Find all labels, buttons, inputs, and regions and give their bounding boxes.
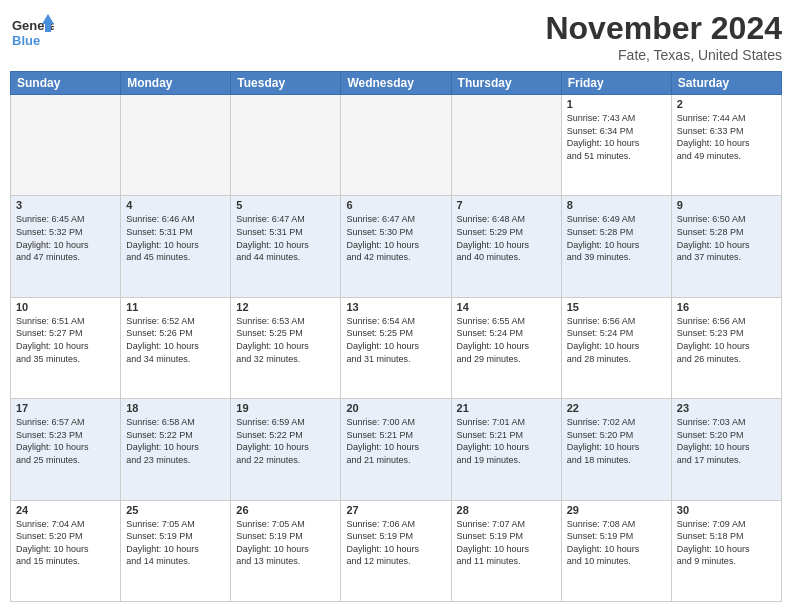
day-info: Sunrise: 6:49 AM Sunset: 5:28 PM Dayligh… [567, 213, 666, 263]
day-number: 4 [126, 199, 225, 211]
calendar-cell: 12Sunrise: 6:53 AM Sunset: 5:25 PM Dayli… [231, 297, 341, 398]
day-info: Sunrise: 7:00 AM Sunset: 5:21 PM Dayligh… [346, 416, 445, 466]
day-info: Sunrise: 7:09 AM Sunset: 5:18 PM Dayligh… [677, 518, 776, 568]
day-number: 27 [346, 504, 445, 516]
calendar-cell: 8Sunrise: 6:49 AM Sunset: 5:28 PM Daylig… [561, 196, 671, 297]
title-block: November 2024 Fate, Texas, United States [545, 10, 782, 63]
day-info: Sunrise: 7:01 AM Sunset: 5:21 PM Dayligh… [457, 416, 556, 466]
day-number: 2 [677, 98, 776, 110]
day-number: 5 [236, 199, 335, 211]
day-number: 16 [677, 301, 776, 313]
calendar-cell: 20Sunrise: 7:00 AM Sunset: 5:21 PM Dayli… [341, 399, 451, 500]
calendar-cell: 13Sunrise: 6:54 AM Sunset: 5:25 PM Dayli… [341, 297, 451, 398]
calendar-cell: 27Sunrise: 7:06 AM Sunset: 5:19 PM Dayli… [341, 500, 451, 601]
calendar-week-4: 17Sunrise: 6:57 AM Sunset: 5:23 PM Dayli… [11, 399, 782, 500]
day-number: 9 [677, 199, 776, 211]
logo-svg: General Blue [10, 10, 54, 54]
calendar-cell: 9Sunrise: 6:50 AM Sunset: 5:28 PM Daylig… [671, 196, 781, 297]
day-info: Sunrise: 7:07 AM Sunset: 5:19 PM Dayligh… [457, 518, 556, 568]
calendar-cell: 6Sunrise: 6:47 AM Sunset: 5:30 PM Daylig… [341, 196, 451, 297]
calendar-table: Sunday Monday Tuesday Wednesday Thursday… [10, 71, 782, 602]
calendar-cell [121, 95, 231, 196]
day-number: 29 [567, 504, 666, 516]
day-info: Sunrise: 6:47 AM Sunset: 5:31 PM Dayligh… [236, 213, 335, 263]
calendar-cell: 28Sunrise: 7:07 AM Sunset: 5:19 PM Dayli… [451, 500, 561, 601]
day-number: 24 [16, 504, 115, 516]
day-info: Sunrise: 6:52 AM Sunset: 5:26 PM Dayligh… [126, 315, 225, 365]
day-number: 6 [346, 199, 445, 211]
page: General Blue November 2024 Fate, Texas, … [0, 0, 792, 612]
day-number: 23 [677, 402, 776, 414]
day-info: Sunrise: 6:56 AM Sunset: 5:23 PM Dayligh… [677, 315, 776, 365]
day-number: 25 [126, 504, 225, 516]
calendar-week-5: 24Sunrise: 7:04 AM Sunset: 5:20 PM Dayli… [11, 500, 782, 601]
day-info: Sunrise: 7:44 AM Sunset: 6:33 PM Dayligh… [677, 112, 776, 162]
day-number: 15 [567, 301, 666, 313]
header-sunday: Sunday [11, 72, 121, 95]
day-number: 11 [126, 301, 225, 313]
calendar-week-1: 1Sunrise: 7:43 AM Sunset: 6:34 PM Daylig… [11, 95, 782, 196]
day-number: 18 [126, 402, 225, 414]
day-info: Sunrise: 7:43 AM Sunset: 6:34 PM Dayligh… [567, 112, 666, 162]
header-tuesday: Tuesday [231, 72, 341, 95]
day-info: Sunrise: 7:03 AM Sunset: 5:20 PM Dayligh… [677, 416, 776, 466]
day-info: Sunrise: 6:45 AM Sunset: 5:32 PM Dayligh… [16, 213, 115, 263]
header: General Blue November 2024 Fate, Texas, … [10, 10, 782, 63]
day-number: 3 [16, 199, 115, 211]
header-thursday: Thursday [451, 72, 561, 95]
calendar-cell: 11Sunrise: 6:52 AM Sunset: 5:26 PM Dayli… [121, 297, 231, 398]
day-number: 20 [346, 402, 445, 414]
calendar-cell [231, 95, 341, 196]
calendar-cell: 25Sunrise: 7:05 AM Sunset: 5:19 PM Dayli… [121, 500, 231, 601]
day-info: Sunrise: 7:04 AM Sunset: 5:20 PM Dayligh… [16, 518, 115, 568]
calendar-cell: 2Sunrise: 7:44 AM Sunset: 6:33 PM Daylig… [671, 95, 781, 196]
day-info: Sunrise: 7:05 AM Sunset: 5:19 PM Dayligh… [126, 518, 225, 568]
calendar-cell: 7Sunrise: 6:48 AM Sunset: 5:29 PM Daylig… [451, 196, 561, 297]
header-saturday: Saturday [671, 72, 781, 95]
calendar-cell: 17Sunrise: 6:57 AM Sunset: 5:23 PM Dayli… [11, 399, 121, 500]
calendar-cell: 29Sunrise: 7:08 AM Sunset: 5:19 PM Dayli… [561, 500, 671, 601]
day-number: 10 [16, 301, 115, 313]
calendar-cell: 14Sunrise: 6:55 AM Sunset: 5:24 PM Dayli… [451, 297, 561, 398]
day-info: Sunrise: 7:05 AM Sunset: 5:19 PM Dayligh… [236, 518, 335, 568]
calendar-cell: 1Sunrise: 7:43 AM Sunset: 6:34 PM Daylig… [561, 95, 671, 196]
day-info: Sunrise: 6:46 AM Sunset: 5:31 PM Dayligh… [126, 213, 225, 263]
header-wednesday: Wednesday [341, 72, 451, 95]
day-number: 17 [16, 402, 115, 414]
day-number: 1 [567, 98, 666, 110]
calendar-cell [451, 95, 561, 196]
calendar-cell: 21Sunrise: 7:01 AM Sunset: 5:21 PM Dayli… [451, 399, 561, 500]
calendar-cell: 4Sunrise: 6:46 AM Sunset: 5:31 PM Daylig… [121, 196, 231, 297]
day-info: Sunrise: 6:54 AM Sunset: 5:25 PM Dayligh… [346, 315, 445, 365]
calendar-cell: 23Sunrise: 7:03 AM Sunset: 5:20 PM Dayli… [671, 399, 781, 500]
calendar-cell: 26Sunrise: 7:05 AM Sunset: 5:19 PM Dayli… [231, 500, 341, 601]
day-info: Sunrise: 6:48 AM Sunset: 5:29 PM Dayligh… [457, 213, 556, 263]
calendar-cell [341, 95, 451, 196]
day-info: Sunrise: 6:59 AM Sunset: 5:22 PM Dayligh… [236, 416, 335, 466]
day-info: Sunrise: 6:50 AM Sunset: 5:28 PM Dayligh… [677, 213, 776, 263]
calendar-cell: 22Sunrise: 7:02 AM Sunset: 5:20 PM Dayli… [561, 399, 671, 500]
day-info: Sunrise: 6:51 AM Sunset: 5:27 PM Dayligh… [16, 315, 115, 365]
day-info: Sunrise: 6:56 AM Sunset: 5:24 PM Dayligh… [567, 315, 666, 365]
day-info: Sunrise: 6:55 AM Sunset: 5:24 PM Dayligh… [457, 315, 556, 365]
calendar-cell: 30Sunrise: 7:09 AM Sunset: 5:18 PM Dayli… [671, 500, 781, 601]
day-number: 13 [346, 301, 445, 313]
calendar-week-2: 3Sunrise: 6:45 AM Sunset: 5:32 PM Daylig… [11, 196, 782, 297]
day-number: 12 [236, 301, 335, 313]
day-number: 30 [677, 504, 776, 516]
calendar-cell: 5Sunrise: 6:47 AM Sunset: 5:31 PM Daylig… [231, 196, 341, 297]
day-number: 8 [567, 199, 666, 211]
day-info: Sunrise: 6:57 AM Sunset: 5:23 PM Dayligh… [16, 416, 115, 466]
day-info: Sunrise: 6:47 AM Sunset: 5:30 PM Dayligh… [346, 213, 445, 263]
calendar-header-row: Sunday Monday Tuesday Wednesday Thursday… [11, 72, 782, 95]
month-year-title: November 2024 [545, 10, 782, 47]
day-number: 28 [457, 504, 556, 516]
svg-text:Blue: Blue [12, 33, 40, 48]
calendar-cell: 19Sunrise: 6:59 AM Sunset: 5:22 PM Dayli… [231, 399, 341, 500]
calendar-week-3: 10Sunrise: 6:51 AM Sunset: 5:27 PM Dayli… [11, 297, 782, 398]
calendar-cell: 15Sunrise: 6:56 AM Sunset: 5:24 PM Dayli… [561, 297, 671, 398]
calendar-cell: 16Sunrise: 6:56 AM Sunset: 5:23 PM Dayli… [671, 297, 781, 398]
calendar-cell: 18Sunrise: 6:58 AM Sunset: 5:22 PM Dayli… [121, 399, 231, 500]
calendar-cell: 3Sunrise: 6:45 AM Sunset: 5:32 PM Daylig… [11, 196, 121, 297]
location-title: Fate, Texas, United States [545, 47, 782, 63]
